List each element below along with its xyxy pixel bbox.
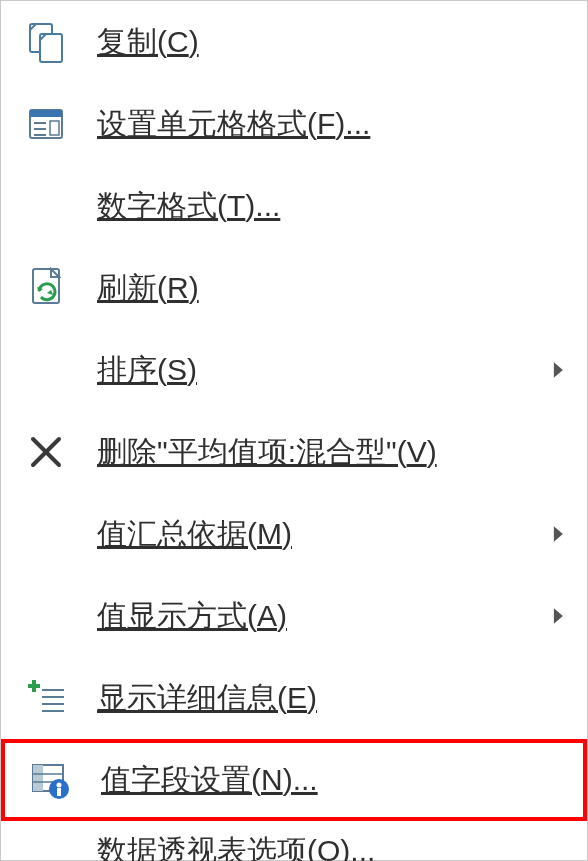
submenu-arrow-icon [539, 525, 579, 543]
menu-item-label: 设置单元格格式(F)... [91, 104, 579, 145]
menu-item-show-details[interactable]: 显示详细信息(E) [1, 657, 587, 739]
svg-rect-7 [50, 121, 59, 135]
menu-item-copy[interactable]: 复制(C) [1, 1, 587, 83]
format-cells-icon [1, 104, 91, 144]
menu-item-sort[interactable]: 排序(S) [1, 329, 587, 411]
context-menu: 复制(C) 设置单元格格式(F)... 数字格式(T)... [0, 0, 588, 861]
delete-icon [1, 433, 91, 471]
show-details-icon [1, 678, 91, 718]
menu-item-label: 数据透视表选项(O)... [91, 831, 579, 862]
menu-item-label: 复制(C) [91, 22, 579, 63]
menu-item-refresh[interactable]: 刷新(R) [1, 247, 587, 329]
menu-item-label: 删除"平均值项:混合型"(V) [91, 432, 579, 473]
menu-item-delete[interactable]: 删除"平均值项:混合型"(V) [1, 411, 587, 493]
menu-item-number-format[interactable]: 数字格式(T)... [1, 165, 587, 247]
menu-item-label: 值显示方式(A) [91, 596, 539, 637]
menu-item-label: 数字格式(T)... [91, 186, 579, 227]
svg-point-22 [57, 783, 62, 788]
refresh-icon [1, 267, 91, 309]
svg-rect-3 [30, 110, 62, 117]
menu-item-label: 显示详细信息(E) [91, 678, 579, 719]
svg-rect-1 [40, 34, 62, 62]
menu-item-value-field-settings[interactable]: 值字段设置(N)... [1, 739, 587, 821]
menu-item-label: 刷新(R) [91, 268, 579, 309]
menu-item-format-cells[interactable]: 设置单元格格式(F)... [1, 83, 587, 165]
menu-item-label: 值字段设置(N)... [95, 760, 575, 801]
menu-item-label: 排序(S) [91, 350, 539, 391]
submenu-arrow-icon [539, 361, 579, 379]
svg-rect-23 [57, 788, 61, 796]
svg-rect-18 [33, 765, 43, 791]
field-settings-icon [5, 759, 95, 801]
menu-item-label: 值汇总依据(M) [91, 514, 539, 555]
submenu-arrow-icon [539, 607, 579, 625]
menu-item-pivottable-options[interactable]: 数据透视表选项(O)... [1, 821, 587, 861]
menu-item-summarize-by[interactable]: 值汇总依据(M) [1, 493, 587, 575]
menu-item-show-values-as[interactable]: 值显示方式(A) [1, 575, 587, 657]
copy-icon [1, 20, 91, 64]
